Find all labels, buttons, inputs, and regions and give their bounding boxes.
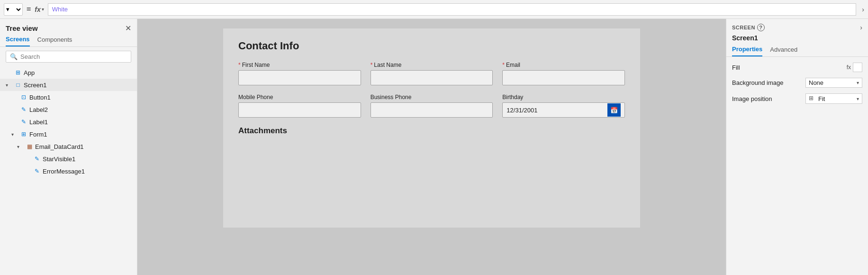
background-image-chevron-icon: ▾ [857, 80, 859, 85]
field-label-mobile-phone: Mobile Phone [238, 94, 361, 101]
screen-section-label: SCREEN ? [732, 24, 765, 31]
tree-item-errormessage1[interactable]: ✎ ErrorMessage1 [0, 165, 137, 177]
form-row-1: * First Name * Last Name * Email [238, 62, 625, 85]
starvisible1-icon: ✎ [33, 155, 41, 163]
button1-icon: ⊡ [20, 93, 27, 101]
form1-icon: ⊞ [20, 130, 27, 138]
prop-row-background-image: Background image None ▾ [732, 78, 862, 88]
tree-item-label-form1: Form1 [29, 131, 131, 138]
top-bar-chevron-right-icon: › [862, 6, 864, 13]
tab-advanced[interactable]: Advanced [770, 46, 797, 56]
prop-label-fill: Fill [732, 64, 740, 71]
errormessage1-icon: ✎ [33, 167, 41, 175]
input-last-name[interactable] [371, 70, 493, 85]
tree-item-label-label2: Label2 [29, 106, 131, 113]
field-label-birthday: Birthday [502, 94, 625, 101]
image-position-icon: ⊞ [809, 95, 816, 102]
right-header: SCREEN ? › [726, 19, 868, 34]
label-text-email: Email [506, 62, 520, 68]
fill-fx-icon[interactable]: fx [847, 64, 851, 71]
input-mobile-phone[interactable] [238, 102, 361, 118]
right-properties: Fill fx Background image None ▾ Image po… [726, 57, 868, 110]
tab-properties[interactable]: Properties [732, 46, 762, 56]
email-datacard1-icon: ▦ [26, 143, 33, 150]
label-text-last-name: Last Name [374, 62, 401, 68]
tree-item-label-errormessage1: ErrorMessage1 [43, 168, 131, 175]
tree-item-starvisible1[interactable]: ✎ StarVisible1 [0, 153, 137, 165]
image-position-chevron-icon: ▾ [857, 96, 859, 101]
required-star-first-name: * [238, 62, 241, 68]
prop-row-image-position: Image position ⊞ Fit ▾ [732, 93, 862, 104]
label-text-birthday: Birthday [502, 94, 523, 101]
fx-button[interactable]: fx ▾ [35, 6, 44, 13]
tree-panel: Tree view ✕ Screens Components 🔍 ⊞ App ▾… [0, 19, 137, 275]
fx-label: fx [35, 6, 40, 13]
tree-item-label-label1: Label1 [29, 119, 131, 126]
field-mobile-phone: Mobile Phone [238, 94, 361, 118]
tree-item-label-app: App [24, 69, 131, 76]
required-star-email: * [502, 62, 505, 68]
field-last-name: * Last Name [371, 62, 493, 85]
right-panel-chevron-icon: › [860, 24, 862, 31]
tab-components[interactable]: Components [37, 36, 72, 46]
label2-icon: ✎ [20, 106, 27, 113]
prop-row-fill: Fill fx [732, 63, 862, 72]
label-text-first-name: First Name [242, 62, 270, 68]
search-input[interactable] [20, 53, 127, 60]
input-email[interactable] [502, 70, 625, 85]
tree-item-label1[interactable]: ✎ Label1 [0, 116, 137, 128]
tree-item-form1[interactable]: ▾ ⊞ Form1 [0, 128, 137, 140]
fill-color-swatch[interactable] [853, 63, 862, 72]
right-tabs: Properties Advanced [726, 46, 868, 57]
label1-icon: ✎ [20, 118, 27, 126]
screen-name: Screen1 [726, 34, 868, 46]
field-label-first-name: * First Name [238, 62, 361, 68]
tab-screens[interactable]: Screens [6, 36, 30, 46]
background-image-dropdown[interactable]: None ▾ [805, 78, 862, 88]
property-dropdown[interactable]: ▾ [4, 3, 23, 16]
tree-item-label-email-datacard1: Email_DataCard1 [35, 143, 131, 150]
prop-label-image-position: Image position [732, 95, 772, 102]
label-text-business-phone: Business Phone [371, 94, 412, 101]
prop-label-background-image: Background image [732, 79, 783, 86]
form1-chevron-icon: ▾ [11, 132, 18, 137]
prop-value-fill: fx [847, 63, 862, 72]
tree-header: Tree view ✕ [0, 19, 137, 36]
canvas-area: Contact Info * First Name * Last Name [137, 19, 726, 275]
field-first-name: * First Name [238, 62, 361, 85]
image-position-dropdown[interactable]: ⊞ Fit ▾ [805, 93, 862, 104]
tree-item-app[interactable]: ⊞ App [0, 66, 137, 79]
calendar-icon[interactable]: 📅 [607, 103, 621, 117]
field-label-business-phone: Business Phone [371, 94, 493, 101]
input-business-phone[interactable] [371, 102, 493, 118]
top-bar: ▾ = fx ▾ › [0, 0, 868, 19]
attachments-title: Attachments [238, 126, 625, 136]
background-image-value: None [809, 79, 855, 86]
image-position-value: Fit [818, 95, 855, 102]
form-row-2: Mobile Phone Business Phone Birthday 12/ [238, 94, 625, 118]
field-label-last-name: * Last Name [371, 62, 493, 68]
field-birthday: Birthday 12/31/2001 📅 [502, 94, 625, 118]
tree-item-email-datacard1[interactable]: ▾ ▦ Email_DataCard1 [0, 140, 137, 153]
tree-content: ⊞ App ▾ □ Screen1 ••• ⊡ Button1 ✎ Label2 [0, 66, 137, 275]
tree-item-label2[interactable]: ✎ Label2 [0, 103, 137, 116]
date-input-birthday[interactable]: 12/31/2001 📅 [502, 102, 625, 118]
form-title: Contact Info [238, 40, 625, 52]
required-star-last-name: * [371, 62, 373, 68]
main-layout: Tree view ✕ Screens Components 🔍 ⊞ App ▾… [0, 19, 868, 275]
tree-item-button1[interactable]: ⊡ Button1 [0, 91, 137, 103]
tree-item-screen1[interactable]: ▾ □ Screen1 ••• [0, 79, 137, 91]
screen-label-text: SCREEN [732, 25, 755, 30]
date-value-birthday: 12/31/2001 [506, 107, 537, 114]
tree-item-label-screen1: Screen1 [24, 82, 121, 89]
tree-title: Tree view [6, 24, 38, 32]
formula-bar-input[interactable] [48, 3, 857, 16]
label-text-mobile-phone: Mobile Phone [238, 94, 273, 101]
tree-close-button[interactable]: ✕ [125, 24, 131, 33]
input-first-name[interactable] [238, 70, 361, 85]
tree-item-label-button1: Button1 [29, 94, 131, 101]
help-icon[interactable]: ? [757, 24, 765, 31]
field-business-phone: Business Phone [371, 94, 493, 118]
screen1-chevron-icon: ▾ [6, 82, 12, 88]
equals-sign: = [27, 5, 31, 14]
